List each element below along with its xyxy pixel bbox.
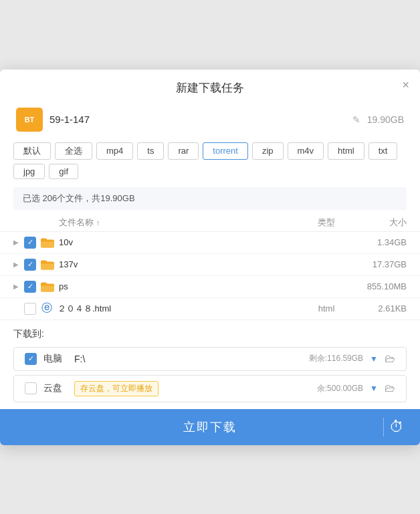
pc-folder-icon[interactable]: 🗁 [385,353,395,365]
folder-icon [40,259,55,271]
cloud-folder-icon[interactable]: 🗁 [385,382,395,394]
cloud-checkbox[interactable] [25,382,37,394]
table-row: ▶ ✓ 137v 17.37GB [0,254,420,276]
torrent-name: 59-1-147 [49,114,346,125]
table-row: ▶ ✓ 10v 1.34GB [0,232,420,254]
timer-icon[interactable]: ⏱ [389,418,404,436]
filter-btn-jpg[interactable]: jpg [13,164,45,179]
download-option-cloud: 云盘 存云盘，可立即播放 余:500.00GB ▼ 🗁 [13,375,407,402]
file-size: 17.37GB [346,259,407,269]
filter-btn-m4v[interactable]: m4v [288,142,324,160]
filter-btn-default[interactable]: 默认 [13,142,51,160]
download-option-pc: ✓ 电脑 F:\ 剩余:116.59GB ▼ 🗁 [13,347,407,371]
file-list: ▶ ✓ 10v 1.34GB ▶ ✓ [0,232,420,320]
close-button[interactable]: × [402,79,409,91]
filter-btn-txt[interactable]: txt [369,142,398,160]
col-header-type: 类型 [306,217,346,229]
bt-icon: BT [16,108,43,132]
download-btn-label: 立即下载 [183,419,237,435]
pc-label: 电脑 [43,353,68,365]
file-checkbox[interactable]: ✓ [24,259,36,271]
torrent-size: 19.90GB [367,114,404,125]
file-name: ps [59,281,306,291]
filter-bar: 默认 全选 mp4 ts rar torrent zip m4v html tx… [0,137,420,182]
torrent-info: BT 59-1-147 ✎ 19.90GB [0,102,420,137]
dialog-window: 新建下载任务 × BT 59-1-147 ✎ 19.90GB 默认 全选 mp4… [0,70,420,445]
pc-space: 剩余:116.59GB [309,353,363,364]
file-size: 1.34GB [346,237,407,247]
pc-dropdown-icon[interactable]: ▼ [370,354,378,364]
file-type: html [306,303,346,313]
filter-btn-ts[interactable]: ts [137,142,164,160]
filter-btn-html[interactable]: html [328,142,364,160]
edit-icon[interactable]: ✎ [352,114,360,125]
filter-btn-mp4[interactable]: mp4 [96,142,133,160]
cloud-label: 云盘 [43,382,68,394]
file-checkbox[interactable] [24,303,36,315]
file-size: 855.10MB [346,281,407,291]
cloud-dropdown-icon[interactable]: ▼ [370,384,378,393]
btn-divider [383,418,384,436]
col-header-name: 文件名称 ↑ [59,217,306,229]
file-list-header: 文件名称 ↑ 类型 大小 [0,213,420,232]
download-btn-icon-area: ⏱ [383,418,404,436]
file-checkbox[interactable]: ✓ [24,237,36,249]
selected-info: 已选 206个文件，共19.90GB [13,187,407,210]
filter-btn-selectall[interactable]: 全选 [55,142,92,160]
filter-btn-torrent[interactable]: torrent [203,142,248,160]
ie-icon: ⓔ [40,303,54,315]
dialog-header: 新建下载任务 × [0,70,420,102]
pc-path: F:\ [74,354,302,364]
filter-btn-gif[interactable]: gif [49,164,78,179]
cloud-badge: 存云盘，可立即播放 [74,381,159,396]
file-size: 2.61KB [346,303,407,313]
filter-btn-zip[interactable]: zip [252,142,284,160]
file-name: ２０４８.html [58,303,306,315]
col-header-size: 大小 [346,217,407,229]
download-to-label: 下载到: [0,320,420,343]
download-button[interactable]: 立即下载 ⏱ [0,409,420,445]
cloud-space: 余:500.00GB [317,383,363,394]
expand-icon[interactable]: ▶ [13,283,24,290]
expand-icon[interactable]: ▶ [13,239,24,246]
file-name: 10v [59,237,306,247]
folder-icon [40,237,55,249]
folder-icon [40,281,55,293]
file-checkbox[interactable]: ✓ [24,281,36,293]
table-row: ▶ ⓔ ２０４８.html html 2.61KB [0,298,420,320]
file-name: 137v [59,259,306,269]
table-row: ▶ ✓ ps 855.10MB [0,276,420,298]
dialog-title: 新建下载任务 [176,80,244,96]
filter-btn-rar[interactable]: rar [168,142,199,160]
expand-icon[interactable]: ▶ [13,261,24,268]
pc-checkbox[interactable]: ✓ [25,353,37,365]
